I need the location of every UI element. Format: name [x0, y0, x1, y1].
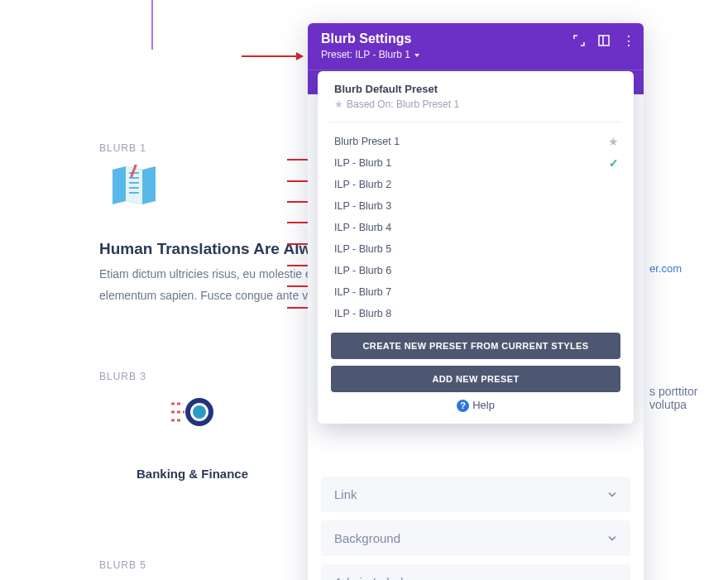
preset-item-label: ILP - Blurb 7: [334, 286, 391, 298]
preset-prefix: Preset:: [321, 49, 352, 60]
svg-rect-13: [599, 36, 609, 46]
divider: [329, 122, 622, 122]
annotation-arrow: [242, 55, 303, 57]
preset-item-label: ILP - Blurb 8: [334, 308, 391, 319]
check-icon: ✓: [609, 156, 619, 170]
section-link-label: Link: [334, 487, 357, 501]
preset-item-label: ILP - Blurb 6: [334, 265, 391, 276]
panel-toggle-icon[interactable]: [597, 34, 611, 47]
preset-item-label: ILP - Blurb 3: [334, 200, 391, 212]
section-label-blurb3: BLURB 3: [99, 371, 146, 382]
preset-item-label: ILP - Blurb 4: [334, 222, 391, 233]
default-preset-title[interactable]: Blurb Default Preset: [334, 83, 617, 95]
svg-point-9: [193, 405, 206, 419]
star-icon: ★: [334, 98, 343, 110]
preset-list: Blurb Preset 1★ILP - Blurb 1✓ILP - Blurb…: [318, 127, 634, 329]
section-label-blurb1: BLURB 1: [99, 142, 146, 154]
preset-item[interactable]: ILP - Blurb 3: [318, 195, 634, 217]
section-admin-label-label: Admin Label: [334, 575, 403, 580]
preset-selector[interactable]: Preset: ILP - Blurb 1: [321, 49, 630, 60]
star-icon: ★: [608, 135, 619, 148]
section-label-blurb5: BLURB 5: [99, 559, 146, 571]
preset-item-label: ILP - Blurb 1: [334, 157, 391, 169]
preset-item-label: ILP - Blurb 5: [334, 243, 391, 255]
text-fragment: s porttitor volutpa: [649, 385, 728, 411]
finance-icon: [170, 395, 218, 429]
help-icon: ?: [457, 400, 469, 412]
chevron-down-icon: [607, 575, 617, 580]
preset-item[interactable]: ILP - Blurb 8: [318, 303, 634, 324]
preset-item[interactable]: Blurb Preset 1★: [318, 131, 634, 152]
modal-header: Blurb Settings Preset: ILP - Blurb 1 ⋮: [308, 23, 644, 70]
preset-based-on: ★Based On: Blurb Preset 1: [334, 98, 617, 110]
preset-item[interactable]: ILP - Blurb 4: [318, 217, 634, 238]
preset-selected: ILP - Blurb 1: [355, 49, 410, 60]
add-preset-button[interactable]: ADD NEW PRESET: [331, 366, 620, 392]
preset-item[interactable]: ILP - Blurb 7: [318, 281, 634, 303]
link-fragment: er.com: [649, 262, 682, 275]
preset-item[interactable]: ILP - Blurb 1✓: [318, 152, 634, 174]
chevron-down-icon: [607, 531, 617, 545]
expand-icon[interactable]: [572, 34, 586, 47]
section-link[interactable]: Link: [321, 477, 630, 512]
section-background[interactable]: Background: [321, 520, 630, 556]
preset-item[interactable]: ILP - Blurb 6: [318, 260, 634, 281]
preset-item[interactable]: ILP - Blurb 2: [318, 174, 634, 195]
section-admin-label[interactable]: Admin Label: [321, 564, 630, 580]
section-background-label: Background: [334, 531, 400, 545]
preset-item-label: ILP - Blurb 2: [334, 179, 391, 190]
preset-item[interactable]: ILP - Blurb 5: [318, 238, 634, 260]
page-edit-indicator: [151, 0, 153, 50]
settings-modal: Blurb Settings Preset: ILP - Blurb 1 ⋮ L…: [308, 23, 644, 580]
blurb3-title: Banking & Finance: [136, 467, 248, 481]
preset-dropdown: Blurb Default Preset ★Based On: Blurb Pr…: [318, 71, 634, 424]
preset-item-label: Blurb Preset 1: [334, 136, 400, 147]
chevron-down-icon: [607, 487, 617, 501]
create-preset-button[interactable]: CREATE NEW PRESET FROM CURRENT STYLES: [331, 333, 620, 359]
help-link[interactable]: ?Help: [318, 399, 634, 412]
kebab-menu-icon[interactable]: ⋮: [622, 34, 635, 47]
map-icon: [109, 165, 159, 206]
caret-down-icon: [414, 54, 419, 57]
